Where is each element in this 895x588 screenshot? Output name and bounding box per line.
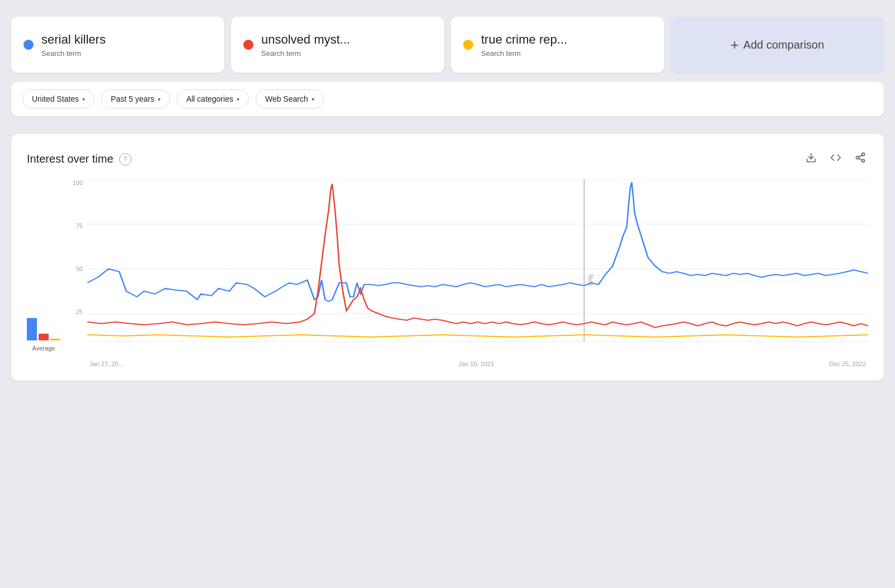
unsolved-dot [243,40,253,50]
category-filter[interactable]: All categories ▾ [177,89,249,108]
serial-killers-dot [23,40,34,50]
serial-killers-type: Search term [41,49,106,58]
x-label-1: Jan 10, 2021 [459,361,494,367]
chart-area: 100 75 50 25 [66,179,868,367]
blue-line [87,182,868,301]
plus-icon: + [731,36,739,54]
chart-container: Average 100 75 50 25 [27,179,868,367]
search-type-filter[interactable]: Web Search ▾ [256,89,324,108]
x-label-0: Jan 27, 20... [90,361,124,367]
y-label-100: 100 [66,179,83,186]
help-icon[interactable]: ? [119,153,131,165]
truecrime-name: true crime rep... [481,32,567,48]
svg-line-5 [859,155,862,157]
time-chevron: ▾ [158,96,161,102]
unsolved-type: Search term [261,49,350,58]
location-filter[interactable]: United States ▾ [22,89,95,108]
y-label-50: 50 [66,265,83,272]
embed-icon [830,152,841,163]
embed-button[interactable] [828,150,844,168]
share-icon [855,152,866,163]
location-chevron: ▾ [82,96,85,102]
line-chart-svg: Note [87,179,868,358]
serial-killers-name: serial killers [41,32,106,48]
unsolved-name: unsolved myst... [261,32,350,48]
chart-actions [803,150,868,168]
download-button[interactable] [803,150,819,168]
x-label-2: Dec 25, 2022 [830,361,866,367]
search-type-chevron: ▾ [312,96,314,102]
category-label: All categories [186,94,233,103]
filters-row: United States ▾ Past 5 years ▾ All categ… [11,82,884,116]
legend-bars [27,312,60,340]
unsolved-info: unsolved myst... Search term [261,32,350,58]
chart-inner-wrapper: 100 75 50 25 [66,179,868,367]
search-term-card-truecrime[interactable]: true crime rep... Search term [451,17,664,73]
chart-legend: Average [27,312,60,367]
add-comparison-card[interactable]: + Add comparison [671,17,884,73]
search-term-card-serial-killers[interactable]: serial killers Search term [11,17,224,73]
legend-bar-yellow [50,339,60,340]
truecrime-info: true crime rep... Search term [481,32,567,58]
category-chevron: ▾ [237,96,239,102]
search-type-label: Web Search [265,94,308,103]
search-term-card-unsolved[interactable]: unsolved myst... Search term [231,17,444,73]
legend-label: Average [27,345,60,352]
y-axis: 100 75 50 25 [66,179,84,352]
add-comparison-label: + Add comparison [731,36,825,54]
location-label: United States [32,94,79,103]
chart-header: Interest over time ? [27,150,868,168]
time-label: Past 5 years [111,94,154,103]
truecrime-type: Search term [481,49,567,58]
serial-killers-info: serial killers Search term [41,32,106,58]
x-axis: Jan 27, 20... Jan 10, 2021 Dec 25, 2022 [87,361,868,367]
red-line [87,184,868,328]
svg-line-4 [859,158,862,160]
svg-wrapper: Note Jan 27, 20... Jan 10, 2021 Dec 25, … [87,179,868,367]
time-filter[interactable]: Past 5 years ▾ [101,89,170,108]
chart-title: Interest over time [27,153,114,165]
share-button[interactable] [852,150,868,168]
chart-section: Interest over time ? [11,134,884,381]
top-section: serial killers Search term unsolved myst… [11,11,884,134]
y-label-25: 25 [66,309,83,315]
legend-bar-red [39,334,49,340]
legend-bar-blue [27,318,37,340]
yellow-line [87,335,868,337]
chart-title-row: Interest over time ? [27,153,131,165]
y-label-75: 75 [66,222,83,229]
truecrime-dot [463,40,473,50]
download-icon [805,152,817,163]
search-terms-row: serial killers Search term unsolved myst… [11,17,884,73]
